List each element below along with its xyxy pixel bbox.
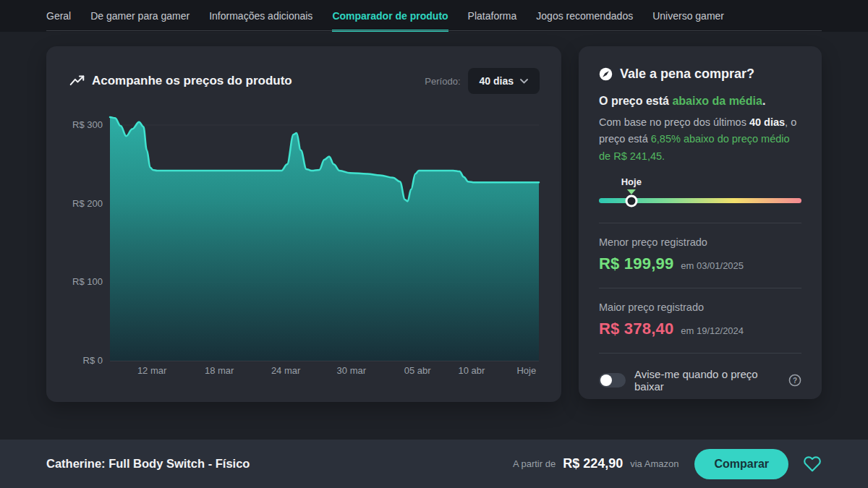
highest-price-date: em 19/12/2024	[681, 325, 744, 336]
lowest-price-label: Menor preço registrado	[599, 236, 801, 248]
current-price: R$ 224,90	[563, 456, 623, 471]
divider	[599, 353, 801, 354]
tab-universo-gamer[interactable]: Universo gamer	[652, 0, 724, 32]
from-label: A partir de	[513, 458, 556, 469]
store-label: via Amazon	[630, 458, 678, 469]
heart-icon	[803, 455, 822, 473]
chevron-down-icon	[520, 79, 528, 84]
tab-jogos-recomendados[interactable]: Jogos recomendados	[536, 0, 633, 32]
price-chart-canvas[interactable]: R$ 300R$ 200R$ 100R$ 012 mar18 mar24 mar…	[46, 100, 561, 402]
x-tick-label: 18 mar	[205, 365, 234, 376]
x-tick-label: 30 mar	[337, 365, 367, 376]
x-tick-label: 10 abr	[458, 365, 485, 376]
verdict-highlight: abaixo da média	[672, 95, 762, 107]
top-navigation: GeralDe gamer para gamerInformações adic…	[0, 0, 868, 32]
compare-button[interactable]: Comparar	[694, 449, 788, 479]
tab-plataforma[interactable]: Plataforma	[468, 0, 517, 32]
trending-up-icon	[69, 74, 85, 89]
compass-icon	[599, 67, 613, 81]
tab-de-gamer-para-gamer[interactable]: De gamer para gamer	[90, 0, 190, 32]
y-tick-label: R$ 100	[72, 276, 103, 287]
tab-geral[interactable]: Geral	[46, 0, 71, 32]
period-label: Período:	[425, 76, 460, 87]
nav-divider	[46, 30, 822, 31]
price-analysis-text: Com base no preço dos últimos 40 dias, o…	[599, 114, 801, 165]
marker-triangle-icon	[627, 189, 636, 194]
tab-comparador-de-produto[interactable]: Comparador de produto	[332, 0, 448, 32]
lowest-price-date: em 03/01/2025	[681, 260, 744, 271]
favorite-button[interactable]	[803, 455, 822, 473]
highest-price-value: R$ 378,40	[599, 320, 673, 338]
lowest-price-value: R$ 199,99	[599, 254, 673, 273]
price-history-card: Acompanhe os preços do produto Período: …	[46, 46, 561, 402]
period-dropdown[interactable]: 40 dias	[468, 68, 540, 94]
advisor-title: Vale a pena comprar?	[620, 67, 754, 82]
today-marker: Hoje	[621, 176, 642, 194]
price-alert-toggle[interactable]	[599, 373, 626, 388]
x-tick-label: 05 abr	[404, 365, 432, 376]
y-tick-label: R$ 0	[83, 355, 103, 366]
tab-bar: GeralDe gamer para gamerInformações adic…	[0, 0, 868, 32]
product-title: Catherine: Full Body Switch - Físico	[46, 457, 513, 471]
price-alert-label: Avise-me quando o preço baixar	[634, 368, 780, 393]
price-position-slider: Hoje	[599, 176, 801, 208]
toggle-knob	[600, 374, 612, 386]
buy-advisor-card: Vale a pena comprar? O preço está abaixo…	[579, 46, 822, 399]
divider	[599, 288, 801, 288]
price-area	[110, 117, 539, 361]
svg-text:?: ?	[793, 377, 797, 385]
today-marker-label: Hoje	[621, 176, 642, 187]
chart-title: Acompanhe os preços do produto	[92, 74, 292, 88]
price-slider-handle[interactable]	[625, 194, 637, 207]
product-summary-bar: Catherine: Full Body Switch - Físico A p…	[0, 440, 868, 488]
price-verdict: O preço está abaixo da média.	[599, 95, 801, 108]
help-circle-icon[interactable]: ?	[788, 374, 801, 387]
y-tick-label: R$ 200	[72, 198, 103, 209]
tab-informacoes-adicionais[interactable]: Informações adicionais	[209, 0, 312, 32]
x-tick-label: 24 mar	[271, 365, 301, 376]
y-tick-label: R$ 300	[72, 119, 103, 130]
divider	[599, 223, 801, 223]
x-tick-label: 12 mar	[137, 365, 167, 376]
period-value: 40 dias	[480, 75, 514, 87]
x-tick-label: Hoje	[516, 365, 536, 376]
highest-price-label: Maior preço registrado	[599, 301, 801, 313]
